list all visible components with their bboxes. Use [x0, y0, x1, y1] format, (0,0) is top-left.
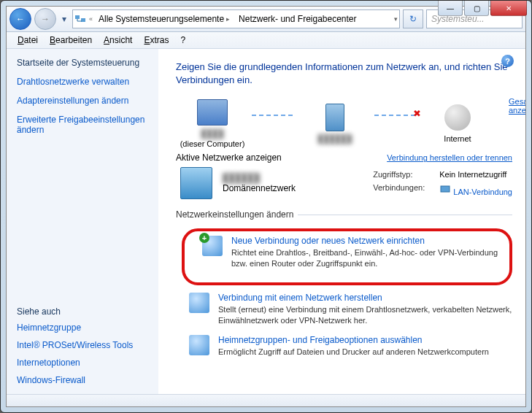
connection-line-icon	[252, 115, 296, 116]
broken-connection-icon	[374, 115, 418, 116]
help-icon[interactable]: ?	[501, 55, 514, 67]
svg-rect-0	[75, 15, 80, 19]
node-internet[interactable]: Internet	[421, 102, 494, 143]
sidebar-item-intel-proset[interactable]: Intel® PROSet/Wireless Tools	[17, 340, 148, 350]
menu-extras[interactable]: Extras	[139, 34, 174, 47]
page-title: Zeigen Sie die grundlegenden Information…	[176, 61, 512, 87]
close-button[interactable]: ✕	[490, 1, 527, 16]
node-sublabel: (dieser Computer)	[180, 139, 245, 148]
new-connection-link[interactable]: Neue Verbindung oder neues Netzwerk einr…	[231, 236, 425, 246]
refresh-button[interactable]: ↻	[403, 9, 423, 28]
lan-connection-link[interactable]: LAN-Verbindung	[453, 188, 512, 196]
prop-key-access: Zugriffstyp:	[373, 170, 425, 179]
history-dropdown[interactable]: ▾	[59, 11, 69, 27]
computer-name-redacted: ████	[201, 129, 223, 138]
network-map: ████ (dieser Computer) ██████ Internet	[176, 97, 494, 148]
new-connection-icon	[202, 236, 223, 256]
window-controls: — ▢ ✕	[436, 1, 527, 16]
full-map-link[interactable]: Gesamtübersicht anzeigen	[509, 97, 525, 115]
sidebar-home[interactable]: Startseite der Systemsteuerung	[17, 58, 148, 68]
menu-datei[interactable]: Datei	[12, 34, 43, 47]
node-this-computer[interactable]: ████ (dieser Computer)	[176, 97, 249, 148]
sidebar-item-internet-options[interactable]: Internetoptionen	[17, 358, 148, 368]
status-bar	[7, 394, 525, 406]
sidebar-item-adapter[interactable]: Adaptereinstellungen ändern	[17, 96, 148, 106]
address-bar[interactable]: « Alle Systemsteuerungselemente▸ Netzwer…	[72, 9, 400, 28]
network-center-icon	[74, 13, 86, 25]
menu-help[interactable]: ?	[176, 34, 191, 47]
sidebar-item-homegroup[interactable]: Heimnetzgruppe	[17, 323, 148, 333]
highlight-annotation: Neue Verbindung oder neues Netzwerk einr…	[182, 228, 512, 285]
connect-network-icon	[189, 293, 209, 313]
sidebar-item-advanced-sharing[interactable]: Erweiterte Freigabeeinstellungen ändern	[17, 115, 148, 135]
prop-val-access: Kein Internetzugriff	[439, 170, 512, 179]
svg-rect-2	[441, 186, 450, 192]
sidebar: Startseite der Systemsteuerung Drahtlosn…	[7, 49, 158, 394]
homegroup-options-link[interactable]: Heimnetzgruppen- und Freigabeoptionen au…	[218, 335, 423, 345]
menu-bearbeiten[interactable]: Bearbeiten	[45, 34, 97, 47]
sidebar-item-wireless[interactable]: Drahtlosnetzwerke verwalten	[17, 77, 148, 87]
window-chrome: — ▢ ✕ ← → ▾ « Alle Systemsteuerungseleme…	[0, 0, 532, 413]
connect-network-link[interactable]: Verbindung mit einem Netzwerk herstellen	[218, 293, 382, 303]
active-networks-title: Aktive Netzwerke anzeigen	[176, 153, 282, 163]
breadcrumb-item[interactable]: Alle Systemsteuerungselemente▸	[96, 10, 233, 28]
node-label: Internet	[444, 134, 471, 143]
sidebar-item-firewall[interactable]: Windows-Firewall	[17, 375, 148, 385]
maximize-button[interactable]: ▢	[464, 1, 489, 16]
prop-key-connections: Verbindungen:	[373, 183, 425, 196]
back-button[interactable]: ←	[9, 8, 31, 30]
connect-disconnect-link[interactable]: Verbindung herstellen oder trennen	[387, 153, 512, 162]
globe-icon	[444, 104, 471, 131]
computer-icon	[197, 99, 228, 126]
new-connection-desc: Richtet eine Drahtlos-, Breitband-, Einw…	[231, 247, 502, 269]
address-dropdown[interactable]: ▾	[394, 15, 398, 23]
homegroup-options-icon	[189, 335, 209, 355]
breadcrumb-item[interactable]: Netzwerk- und Freigabecenter	[236, 10, 359, 28]
sidebar-see-also-title: Siehe auch	[17, 306, 148, 317]
chevron-right-icon: «	[89, 15, 93, 23]
domain-name-redacted: ██████	[223, 173, 296, 183]
domain-network-label: Domänennetzwerk	[223, 183, 296, 193]
network-settings-legend: Netzwerkeinstellungen ändern	[176, 209, 298, 220]
main-content: ? Zeigen Sie die grundlegenden Informati…	[158, 49, 525, 394]
server-icon	[325, 104, 344, 131]
menu-ansicht[interactable]: Ansicht	[99, 34, 137, 47]
homegroup-options-desc: Ermöglicht Zugriff auf Dateien und Druck…	[218, 347, 489, 358]
menu-bar: Datei Bearbeiten Ansicht Extras ?	[7, 32, 525, 49]
node-network[interactable]: ██████	[298, 102, 371, 143]
network-name-redacted: ██████	[318, 134, 352, 143]
minimize-button[interactable]: —	[438, 1, 463, 16]
forward-button[interactable]: →	[34, 8, 56, 30]
ethernet-icon	[439, 183, 451, 195]
connect-network-desc: Stellt (erneut) eine Verbindung mit eine…	[218, 304, 512, 326]
domain-network-icon	[180, 167, 212, 199]
